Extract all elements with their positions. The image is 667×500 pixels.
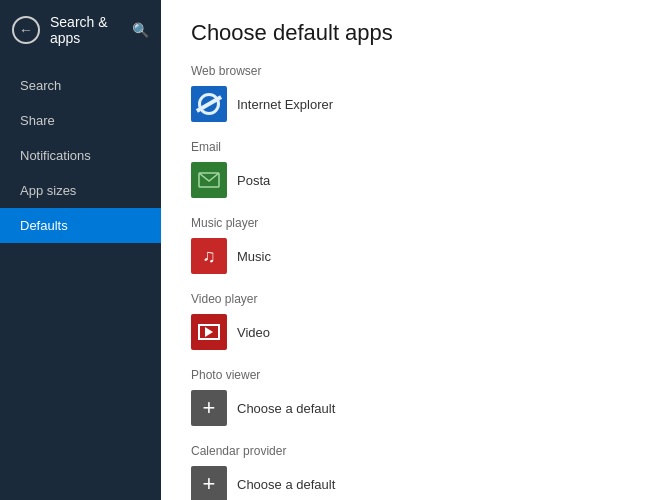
sidebar-item-search[interactable]: Search bbox=[0, 68, 161, 103]
back-button[interactable]: ← bbox=[12, 16, 40, 44]
app-name-photo: Choose a default bbox=[237, 401, 335, 416]
app-row-email[interactable]: Posta bbox=[191, 160, 637, 200]
ie-icon-shape bbox=[198, 93, 220, 115]
app-icon-ie bbox=[191, 86, 227, 122]
plus-icon: + bbox=[203, 397, 216, 419]
search-icon[interactable]: 🔍 bbox=[132, 22, 149, 38]
app-icon-photo: + bbox=[191, 390, 227, 426]
app-name-calendar: Choose a default bbox=[237, 477, 335, 492]
app-name-music: Music bbox=[237, 249, 271, 264]
sidebar-title: Search & apps bbox=[50, 14, 122, 46]
section-web-browser: Web browser Internet Explorer bbox=[191, 64, 637, 124]
section-label-email: Email bbox=[191, 140, 637, 154]
app-icon-music: ♫ bbox=[191, 238, 227, 274]
sidebar-item-share[interactable]: Share bbox=[0, 103, 161, 138]
section-label-web-browser: Web browser bbox=[191, 64, 637, 78]
app-name-web-browser: Internet Explorer bbox=[237, 97, 333, 112]
app-name-email: Posta bbox=[237, 173, 270, 188]
sidebar-header: ← Search & apps 🔍 bbox=[0, 0, 161, 60]
sidebar: ← Search & apps 🔍 Search Share Notificat… bbox=[0, 0, 161, 500]
section-video-player: Video player Video bbox=[191, 292, 637, 352]
app-icon-video bbox=[191, 314, 227, 350]
section-music-player: Music player ♫ Music bbox=[191, 216, 637, 276]
app-icon-calendar: + bbox=[191, 466, 227, 500]
sidebar-item-app-sizes[interactable]: App sizes bbox=[0, 173, 161, 208]
plus-icon-calendar: + bbox=[203, 473, 216, 495]
section-label-video: Video player bbox=[191, 292, 637, 306]
section-label-photo: Photo viewer bbox=[191, 368, 637, 382]
section-photo-viewer: Photo viewer + Choose a default bbox=[191, 368, 637, 428]
play-icon bbox=[198, 324, 220, 340]
app-name-video: Video bbox=[237, 325, 270, 340]
app-row-calendar[interactable]: + Choose a default bbox=[191, 464, 637, 500]
sidebar-navigation: Search Share Notifications App sizes Def… bbox=[0, 68, 161, 243]
section-email: Email Posta bbox=[191, 140, 637, 200]
app-icon-email bbox=[191, 162, 227, 198]
sidebar-item-notifications[interactable]: Notifications bbox=[0, 138, 161, 173]
app-row-photo[interactable]: + Choose a default bbox=[191, 388, 637, 428]
envelope-icon bbox=[198, 172, 220, 188]
section-calendar: Calendar provider + Choose a default bbox=[191, 444, 637, 500]
section-label-music: Music player bbox=[191, 216, 637, 230]
sidebar-item-defaults[interactable]: Defaults bbox=[0, 208, 161, 243]
music-note-icon: ♫ bbox=[202, 246, 216, 267]
page-title: Choose default apps bbox=[191, 20, 637, 46]
app-row-music[interactable]: ♫ Music bbox=[191, 236, 637, 276]
app-row-video[interactable]: Video bbox=[191, 312, 637, 352]
main-content: Choose default apps Web browser Internet… bbox=[161, 0, 667, 500]
section-label-calendar: Calendar provider bbox=[191, 444, 637, 458]
app-row-web-browser[interactable]: Internet Explorer bbox=[191, 84, 637, 124]
